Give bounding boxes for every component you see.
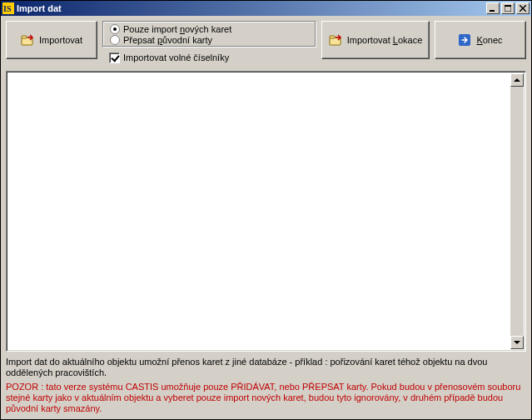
- close-button[interactable]: [516, 2, 530, 14]
- chevron-up-icon: [514, 78, 520, 82]
- konec-button[interactable]: Konec: [435, 21, 526, 59]
- konec-button-label: Konec: [476, 35, 502, 45]
- app-icon: IS: [2, 2, 14, 14]
- checkbox-free-codebooks[interactable]: Importovat volné číselníky: [102, 51, 316, 64]
- footer: Import dat do aktuálního objektu umožní …: [6, 357, 526, 414]
- radio-overwrite-cards[interactable]: Přepsat původní karty: [110, 34, 309, 45]
- scroll-down-button[interactable]: [510, 336, 524, 349]
- import-lokace-button[interactable]: Importovat Lokace: [321, 21, 430, 59]
- toolbar: Importovat Pouze import nových karet Pře…: [6, 21, 526, 64]
- scrollbar[interactable]: [510, 73, 524, 349]
- import-lokace-icon: [329, 33, 342, 47]
- radio-new-cards-label: Pouze import nových karet: [123, 24, 231, 34]
- svg-rect-2: [490, 10, 495, 12]
- import-icon: [21, 33, 34, 47]
- window-title: Import dat: [17, 3, 485, 13]
- radio-new-cards[interactable]: Pouze import nových karet: [110, 23, 309, 34]
- import-lokace-button-label: Importovat Lokace: [347, 35, 423, 45]
- svg-rect-10: [330, 36, 335, 38]
- chevron-down-icon: [514, 341, 520, 344]
- svg-text:IS: IS: [3, 4, 12, 13]
- import-button-label: Importovat: [39, 35, 82, 45]
- svg-rect-8: [22, 36, 27, 38]
- footer-warning-text: POZOR : tato verze systému CASTIS umožňu…: [6, 382, 526, 414]
- scroll-up-button[interactable]: [510, 73, 524, 87]
- import-button[interactable]: Importovat: [6, 21, 97, 59]
- minimize-button[interactable]: [486, 2, 500, 14]
- radio-overwrite-cards-label: Přepsat původní karty: [123, 35, 212, 45]
- radio-mark: [110, 35, 120, 45]
- footer-info-text: Import dat do aktuálního objektu umožní …: [6, 357, 526, 378]
- checkbox-free-codebooks-label: Importovat volné číselníky: [123, 52, 229, 62]
- check-mark: [109, 52, 120, 63]
- svg-rect-4: [505, 5, 511, 7]
- radio-mark: [110, 24, 120, 34]
- options-column: Pouze import nových karet Přepsat původn…: [102, 21, 316, 64]
- maximize-button[interactable]: [501, 2, 515, 14]
- window: IS Import dat Im: [0, 0, 532, 420]
- exit-icon: [458, 33, 471, 47]
- titlebar[interactable]: IS Import dat: [1, 1, 531, 16]
- log-area[interactable]: [6, 71, 526, 352]
- import-mode-groupbox: Pouze import nových karet Přepsat původn…: [102, 21, 316, 48]
- client-area: Importovat Pouze import nových karet Pře…: [1, 16, 531, 419]
